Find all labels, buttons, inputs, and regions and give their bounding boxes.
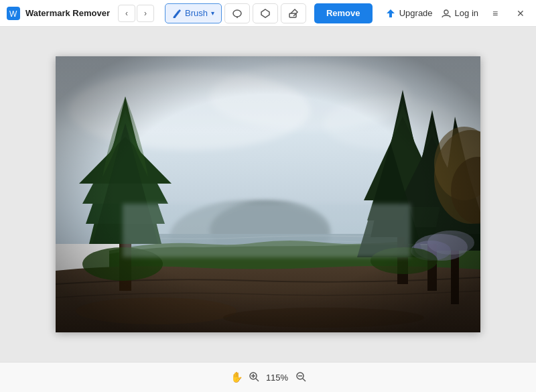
menu-button[interactable]: ≡ [486, 5, 504, 22]
titlebar-right: Upgrade Log in ≡ ✕ [385, 5, 529, 22]
login-label: Log in [455, 8, 478, 18]
upgrade-icon [385, 8, 396, 19]
eraser-tool-button[interactable] [281, 3, 306, 23]
svg-point-6 [444, 10, 448, 14]
upgrade-label: Upgrade [399, 8, 433, 18]
svg-line-45 [256, 379, 259, 381]
upgrade-button[interactable]: Upgrade [385, 8, 433, 19]
titlebar: W Watermark Remover ‹ › Brush ▾ [0, 0, 536, 27]
lasso-icon [232, 8, 243, 19]
image-canvas[interactable] [56, 56, 480, 332]
toolbar-tools: Brush ▾ [165, 3, 306, 23]
brush-tool-button[interactable]: Brush ▾ [165, 3, 222, 23]
close-button[interactable]: ✕ [512, 5, 529, 22]
lasso-tool-button[interactable] [224, 3, 250, 23]
brush-label: Brush [185, 8, 208, 18]
login-button[interactable]: Log in [441, 8, 478, 19]
svg-point-3 [233, 10, 241, 17]
back-button[interactable]: ‹ [118, 5, 135, 22]
svg-line-49 [303, 379, 306, 381]
user-icon [441, 8, 452, 19]
photo-scene [56, 56, 480, 332]
nav-buttons: ‹ › [118, 5, 154, 22]
main-canvas-area [0, 27, 536, 362]
svg-marker-4 [261, 9, 269, 17]
zoom-in-icon[interactable] [249, 371, 259, 384]
app-title: Watermark Remover [25, 8, 110, 18]
app-logo-icon: W [7, 7, 20, 20]
remove-button[interactable]: Remove [314, 3, 373, 23]
brush-icon [172, 9, 182, 18]
zoom-percent: 115% [265, 373, 290, 383]
svg-rect-43 [56, 56, 480, 332]
hand-tool-icon[interactable]: ✋ [230, 371, 243, 383]
polygon-tool-button[interactable] [253, 3, 278, 23]
zoom-out-icon[interactable] [295, 371, 306, 384]
status-bar: ✋ 115% [0, 362, 536, 392]
forward-button[interactable]: › [137, 5, 154, 22]
brush-dropdown-icon: ▾ [211, 9, 214, 17]
eraser-icon [288, 8, 299, 19]
polygon-icon [260, 8, 271, 19]
zoom-controls: ✋ 115% [230, 371, 306, 384]
svg-text:W: W [9, 9, 17, 19]
